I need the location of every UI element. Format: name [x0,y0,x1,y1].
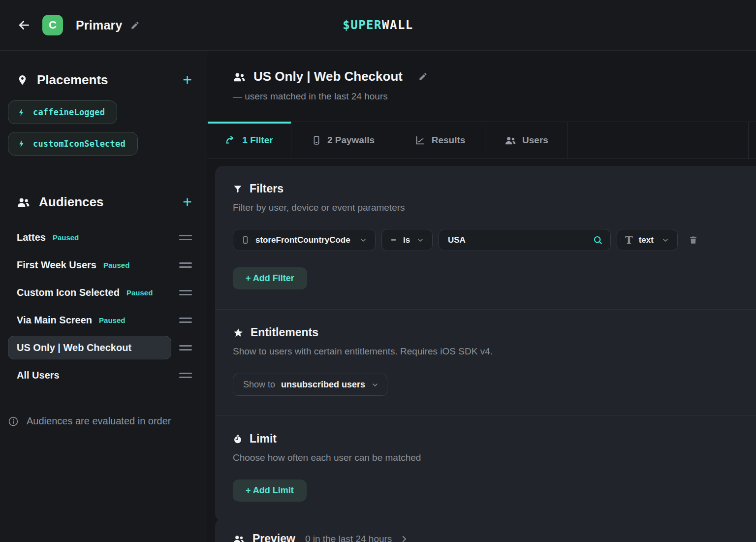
superwall-logo: $UPERWALL [343,18,413,32]
preview-card: Preview 0 in the last 24 hours [215,518,756,542]
audience-label: Lattes [17,232,46,243]
audiences-header: Audiences + [0,193,207,211]
drag-handle-icon[interactable] [179,262,192,268]
audience-label: All Users [17,370,60,381]
value-type-dropdown[interactable]: T text [617,229,678,251]
operator-value: is [403,235,410,245]
lightning-bolt-icon [17,108,26,117]
equals-icon [390,236,397,244]
audiences-title: Audiences [39,194,183,210]
audience-label: First Week Users [17,259,96,271]
tab-users[interactable]: Users [485,122,568,159]
edit-audience-pencil-icon[interactable] [418,72,428,81]
text-type-icon: T [625,235,633,245]
audience-item-first-week-users[interactable]: First Week Users Paused [0,251,207,279]
show-to-dropdown[interactable]: Show to unsubscribed users [233,374,387,396]
placement-item-caffeinelogged[interactable]: caffeineLogged [8,100,117,124]
entitlements-title: Entitlements [251,326,318,339]
top-bar: C Primary $UPERWALL [0,0,756,51]
tab-bar-end [749,122,756,159]
audience-item-lattes[interactable]: Lattes Paused [0,223,207,251]
lightning-bolt-icon [17,139,26,148]
drag-handle-icon[interactable] [179,318,192,323]
sidebar: Placements + caffeineLogged customIconSe… [0,51,207,542]
placement-label: caffeineLogged [33,107,105,117]
main-panel: US Only | Web Checkout — users matched i… [208,51,756,542]
filter-funnel-arrow-icon [225,135,236,146]
audiences-footnote: Audiences are evaluated in order [8,415,171,427]
drag-handle-icon[interactable] [179,235,192,240]
users-icon [504,135,516,145]
chevron-right-icon [400,535,409,542]
tab-label: Results [432,135,466,146]
add-placement-button[interactable]: + [183,73,192,87]
limit-section: Limit Choose how often each user can be … [215,416,756,521]
star-icon [233,327,244,338]
phone-icon [312,135,321,146]
drag-handle-icon[interactable] [179,373,192,378]
audience-label: Custom Icon Selected [17,287,120,298]
info-icon [8,416,19,427]
audience-item-us-only-web-checkout-selected[interactable]: US Only | Web Checkout [0,334,207,361]
tab-paywalls[interactable]: 2 Paywalls [291,122,395,159]
parameter-value: storeFrontCountryCode [255,235,350,245]
audience-settings-card: Filters Filter by user, device or event … [215,166,756,521]
chevron-down-icon [371,381,379,389]
audience-label: Via Main Screen [17,315,92,326]
paused-badge: Paused [103,261,129,269]
users-icon [17,196,30,208]
logo-part-white: WALL [382,18,413,32]
filter-row: storeFrontCountryCode is [233,229,744,251]
audience-title: US Only | Web Checkout [253,69,403,84]
placements-title: Placements [37,72,183,88]
tab-bar: 1 Filter 2 Paywalls Results Users [208,122,756,159]
users-icon [233,534,245,542]
audience-subtitle: — users matched in the last 24 hours [233,91,756,102]
filter-value-input[interactable] [448,235,593,245]
drag-handle-icon[interactable] [179,290,192,295]
tab-label: 2 Paywalls [327,135,375,146]
audience-item-all-users[interactable]: All Users [0,361,207,389]
paused-badge: Paused [99,316,125,324]
preview-subtitle: 0 in the last 24 hours [305,534,392,542]
audience-label: US Only | Web Checkout [17,342,131,353]
tab-results[interactable]: Results [395,122,485,159]
chevron-down-icon [416,236,424,244]
paused-badge: Paused [53,233,79,242]
search-icon[interactable] [593,235,603,246]
edit-title-pencil-icon[interactable] [130,21,140,30]
page-title: Primary [76,18,123,32]
entitlements-section: Entitlements Show to users with certain … [215,310,756,415]
operator-dropdown[interactable]: is [381,229,433,251]
parameter-dropdown[interactable]: storeFrontCountryCode [233,229,376,251]
placement-list: caffeineLogged customIconSelected [0,89,207,156]
add-limit-button[interactable]: + Add Limit [233,479,307,502]
preview-title: Preview [252,532,295,542]
tab-label: Users [522,135,548,146]
add-audience-button[interactable]: + [183,195,192,209]
show-to-value: unsubscribed users [281,380,365,390]
avatar[interactable]: C [42,15,63,35]
drag-handle-icon[interactable] [179,345,192,351]
placement-label: customIconSelected [33,139,126,149]
audience-item-via-main-screen[interactable]: Via Main Screen Paused [0,306,207,334]
chevron-down-icon [359,236,367,244]
tab-filter[interactable]: 1 Filter [208,122,291,159]
tab-bar-filler [568,122,749,159]
chevron-down-icon [662,236,669,244]
limit-subtitle: Choose how often each user can be matche… [233,452,744,463]
filters-section: Filters Filter by user, device or event … [215,166,756,309]
placements-header: Placements + [0,71,207,89]
audience-item-custom-icon-selected[interactable]: Custom Icon Selected Paused [0,279,207,306]
filters-subtitle: Filter by user, device or event paramete… [233,202,744,213]
delete-filter-trash-icon[interactable] [689,235,698,245]
placement-item-customiconselected[interactable]: customIconSelected [8,132,138,156]
preview-header[interactable]: Preview 0 in the last 24 hours [215,518,756,542]
map-pin-icon [17,74,28,86]
users-icon [233,71,246,82]
filters-title: Filters [250,182,284,195]
add-filter-button[interactable]: + Add Filter [233,267,307,289]
back-arrow-icon[interactable] [17,18,32,32]
phone-icon [241,235,250,245]
logo-part-teal: $UPER [343,18,382,32]
